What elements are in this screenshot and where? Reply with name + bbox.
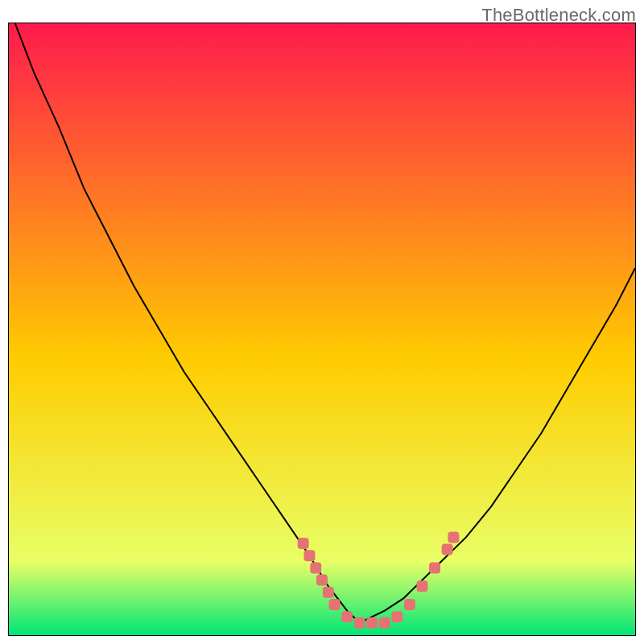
marker-point xyxy=(323,587,334,598)
watermark-label: TheBottleneck.com xyxy=(481,5,636,26)
marker-point xyxy=(442,544,453,555)
marker-point xyxy=(366,617,378,629)
marker-point xyxy=(379,617,390,629)
marker-point xyxy=(310,562,321,573)
marker-point xyxy=(429,562,440,573)
marker-point xyxy=(298,538,309,549)
bottleneck-chart xyxy=(9,23,635,635)
marker-point xyxy=(448,531,459,543)
marker-point xyxy=(391,611,402,622)
marker-point xyxy=(329,599,341,610)
marker-point xyxy=(354,617,365,629)
marker-point xyxy=(404,599,415,610)
marker-point xyxy=(316,575,328,586)
marker-point xyxy=(303,550,315,561)
chart-frame xyxy=(8,23,636,636)
marker-point xyxy=(341,611,353,622)
chart-background xyxy=(9,23,635,635)
marker-point xyxy=(416,580,427,592)
